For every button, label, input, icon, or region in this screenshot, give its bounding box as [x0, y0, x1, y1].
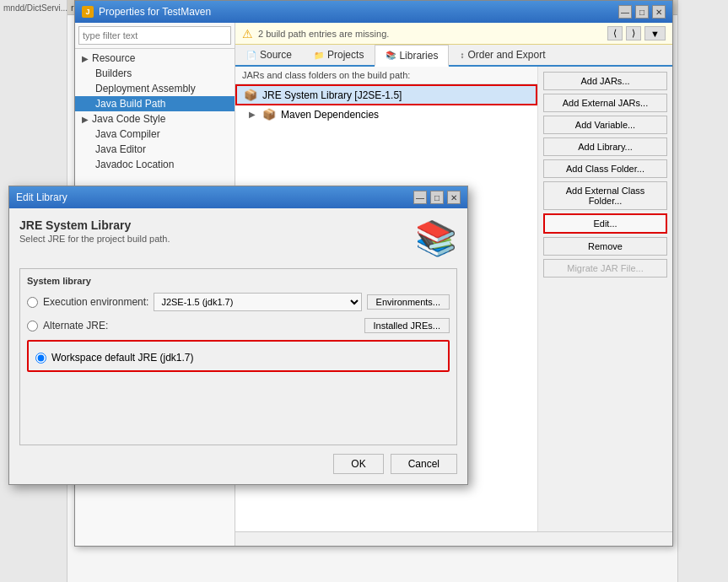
nav-label-resource: Resource: [92, 52, 135, 64]
tabs-bar: 📄 Source 📁 Projects 📚 Libraries ↕ Order …: [235, 45, 672, 67]
alternate-jre-label: Alternate JRE:: [43, 320, 108, 331]
nav-arrow-code-style: ▶: [82, 115, 89, 124]
filter-input[interactable]: [78, 26, 231, 45]
tab-source[interactable]: 📄 Source: [235, 45, 303, 65]
warning-bar: ⚠ 2 build path entries are missing. ⟨ ⟩ …: [235, 23, 672, 45]
migrate-jar-button[interactable]: Migrate JAR File...: [543, 259, 667, 278]
jre-item-label: JRE System Library [J2SE-1.5]: [262, 89, 402, 101]
edit-library-content: JRE System Library Select JRE for the pr…: [9, 208, 467, 484]
edit-library-dialog: Edit Library — □ ✕ JRE System Library Se…: [8, 186, 468, 485]
ide-sidebar-text: mndd/DictServi...: [0, 0, 67, 16]
edit-lib-maximize[interactable]: □: [430, 191, 444, 204]
maximize-button[interactable]: □: [635, 5, 649, 19]
edit-lib-ok-button[interactable]: OK: [333, 454, 383, 474]
maven-expand-arrow: ▶: [249, 110, 256, 119]
minimize-button[interactable]: —: [618, 5, 632, 19]
warning-text: 2 build path entries are missing.: [258, 29, 389, 39]
execution-env-select[interactable]: J2SE-1.5 (jdk1.7): [154, 293, 361, 311]
execution-env-label: Execution environment:: [43, 296, 148, 308]
maven-item-label: Maven Dependencies: [281, 109, 379, 121]
tab-projects[interactable]: 📁 Projects: [303, 45, 375, 65]
filter-box: [75, 23, 235, 49]
nav-label-builders: Builders: [95, 67, 132, 79]
add-variable-button[interactable]: Add Variable...: [543, 116, 667, 134]
nav-label-deployment: Deployment Assembly: [95, 83, 196, 94]
tab-projects-label: Projects: [327, 49, 364, 61]
maven-item-icon: 📦: [262, 108, 276, 121]
nav-item-javadoc[interactable]: Javadoc Location: [75, 157, 235, 172]
alternate-jre-radio[interactable]: [27, 321, 38, 331]
edit-library-title: Edit Library: [16, 191, 67, 203]
edit-lib-main-title: JRE System Library: [19, 218, 170, 232]
system-library-label: System library: [27, 276, 450, 286]
nav-item-java-build-path[interactable]: Java Build Path: [75, 96, 235, 111]
execution-env-radio[interactable]: [27, 297, 38, 308]
nav-item-java-editor[interactable]: Java Editor: [75, 142, 235, 157]
tab-order-icon: ↕: [460, 51, 464, 60]
add-external-class-folder-button[interactable]: Add External Class Folder...: [543, 181, 667, 210]
nav-item-java-compiler[interactable]: Java Compiler: [75, 127, 235, 142]
close-button[interactable]: ✕: [652, 5, 666, 19]
nav-item-builders[interactable]: Builders: [75, 66, 235, 81]
edit-lib-minimize[interactable]: —: [413, 191, 427, 204]
edit-library-titlebar: Edit Library — □ ✕: [9, 186, 467, 208]
properties-bottom-bar: [235, 531, 672, 546]
library-item-maven[interactable]: ▶ 📦 Maven Dependencies: [235, 105, 537, 123]
edit-lib-cancel-button[interactable]: Cancel: [391, 454, 457, 474]
nav-label-java-code-style: Java Code Style: [92, 113, 165, 125]
execution-env-row: Execution environment: J2SE-1.5 (jdk1.7)…: [27, 293, 450, 311]
workspace-default-radio[interactable]: [35, 353, 46, 364]
warning-nav-prev[interactable]: ⟨: [607, 26, 623, 40]
ide-right-panel: [677, 0, 728, 582]
properties-dialog-icon: J: [82, 6, 94, 18]
nav-label-javadoc: Javadoc Location: [95, 159, 174, 170]
add-external-jars-button[interactable]: Add External JARs...: [543, 94, 667, 112]
alternate-jre-row: Alternate JRE: Installed JREs...: [27, 318, 450, 333]
tab-order-label: Order and Export: [467, 49, 545, 61]
tab-source-icon: 📄: [246, 51, 256, 60]
edit-lib-header: JRE System Library Select JRE for the pr…: [19, 218, 457, 258]
workspace-default-label: Workspace default JRE (jdk1.7): [51, 352, 194, 364]
jre-item-icon: 📦: [244, 89, 257, 101]
properties-dialog-title: Properties for TestMaven: [99, 6, 211, 18]
edit-lib-title-block: JRE System Library Select JRE for the pr…: [19, 218, 170, 244]
warning-nav-next[interactable]: ⟩: [626, 26, 641, 40]
tab-source-label: Source: [260, 49, 292, 61]
warning-nav: ⟨ ⟩ ▼: [607, 26, 666, 40]
nav-item-deployment[interactable]: Deployment Assembly: [75, 81, 235, 96]
library-item-jre[interactable]: 📦 JRE System Library [J2SE-1.5]: [235, 84, 537, 105]
warning-icon: ⚠: [242, 27, 253, 40]
tab-libraries-label: Libraries: [399, 50, 438, 62]
remove-button[interactable]: Remove: [543, 237, 667, 256]
nav-label-java-build-path: Java Build Path: [95, 98, 165, 110]
titlebar-controls: — □ ✕: [618, 5, 666, 19]
edit-button[interactable]: Edit...: [543, 213, 667, 234]
build-path-desc: JARs and class folders on the build path…: [235, 67, 537, 84]
tab-order-export[interactable]: ↕ Order and Export: [449, 45, 556, 65]
add-class-folder-button[interactable]: Add Class Folder...: [543, 159, 667, 178]
tab-libraries-icon: 📚: [386, 51, 396, 60]
installed-jres-button[interactable]: Installed JREs...: [364, 318, 450, 333]
warning-nav-menu[interactable]: ▼: [644, 26, 666, 40]
properties-titlebar: J Properties for TestMaven — □ ✕: [75, 1, 672, 23]
edit-library-bottom: OK Cancel: [19, 445, 457, 474]
properties-title-group: J Properties for TestMaven: [82, 6, 211, 18]
edit-lib-controls: — □ ✕: [413, 191, 461, 204]
system-library-group: System library Execution environment: J2…: [19, 268, 457, 445]
nav-label-java-editor: Java Editor: [95, 143, 146, 155]
edit-lib-subtitle: Select JRE for the project build path.: [19, 234, 170, 244]
nav-item-resource[interactable]: ▶ Resource: [75, 51, 235, 66]
workspace-radio-row: Workspace default JRE (jdk1.7): [35, 352, 441, 364]
tab-libraries[interactable]: 📚 Libraries: [375, 45, 449, 67]
tab-projects-icon: 📁: [314, 51, 324, 60]
build-path-actions: Add JARs... Add External JARs... Add Var…: [537, 67, 672, 531]
lib-books-icon: 📚: [415, 218, 457, 258]
nav-label-java-compiler: Java Compiler: [95, 128, 160, 140]
edit-lib-close[interactable]: ✕: [447, 191, 461, 204]
add-jars-button[interactable]: Add JARs...: [543, 72, 667, 90]
nav-item-java-code-style[interactable]: ▶ Java Code Style: [75, 111, 235, 127]
add-library-button[interactable]: Add Library...: [543, 137, 667, 156]
workspace-default-box: Workspace default JRE (jdk1.7): [27, 340, 450, 372]
nav-arrow-resource: ▶: [82, 54, 89, 63]
environments-button[interactable]: Environments...: [367, 294, 450, 310]
